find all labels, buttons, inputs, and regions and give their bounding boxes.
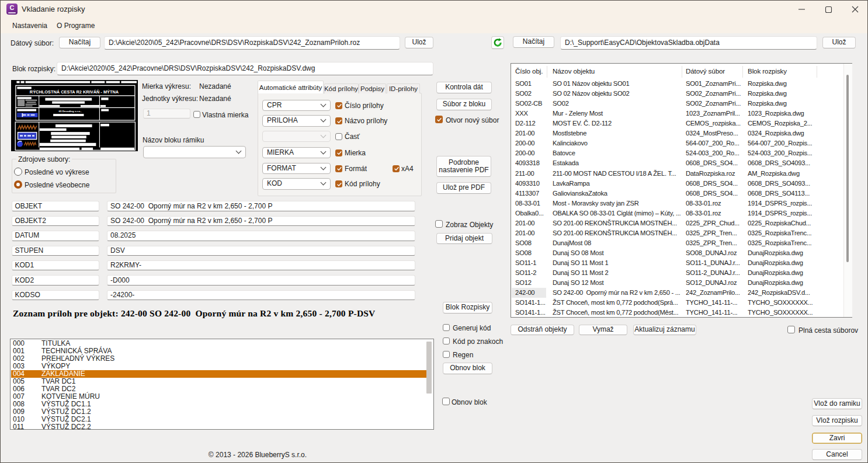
form-name-input-datum[interactable]: DATUM (12, 231, 100, 241)
custom-scale-checkbox[interactable] (193, 111, 200, 118)
table-row[interactable]: 201-00SO 201-00 REKONŠTRUKCIA MOSTNÉH...… (511, 218, 852, 228)
close-dialog-button[interactable]: Zavri (812, 433, 862, 444)
list-item[interactable]: 004ZAKLADANIE (11, 370, 426, 378)
form-value-input-objekt2[interactable]: SO 242-00 Oporný múr na R2 v km 2,650 - … (107, 216, 415, 227)
table-row[interactable]: SO141-1...ŽST Choceň, most km 0,772 podc… (511, 298, 852, 308)
tab-automatick-attrib-ty[interactable]: Automatické attribúty (258, 81, 324, 93)
form-value-input-kod2[interactable]: -D000 (107, 275, 415, 286)
frame-block-name-combo[interactable] (143, 146, 246, 158)
open-new-file-checkbox[interactable] (435, 116, 443, 123)
table-row[interactable]: 201-00SO 201-00 REKONŠTRUKCIA MOSTNÉH...… (511, 228, 852, 238)
form-name-input-kod2[interactable]: KOD2 (12, 275, 100, 286)
radio-last-in-drawing[interactable] (14, 168, 22, 176)
close-button[interactable] (842, 1, 868, 18)
form-value-input-kodso[interactable]: -24200- (107, 290, 415, 301)
table-row[interactable]: SO01SO 01 Názov objektu SO01SO01_ZoznamP… (511, 79, 852, 89)
minimize-button[interactable] (788, 1, 815, 18)
table-row[interactable]: 08-33-01Most - Moravsky svaty jan ZSR08-… (511, 199, 852, 208)
list-item[interactable]: 000TITULKA (11, 340, 426, 347)
list-item[interactable]: 008VÝSTUŽ DC1.1 (11, 401, 426, 408)
listbox-scrollbar-thumb[interactable] (426, 342, 432, 394)
save-objects-button[interactable]: Ulož (822, 37, 856, 48)
list-item[interactable]: 011VÝSTUŽ DC2.2 (11, 423, 426, 430)
block-file-path-input[interactable]: D:\Akcie\2020\05_242\Pracovne\DRS\DSV\Ro… (57, 62, 433, 75)
refresh-block-button[interactable]: Obnov blok (443, 363, 492, 374)
table-row[interactable]: 211-00211-00 MOST NAD CESTOU I/18 A ŽEL.… (511, 169, 852, 179)
table-row[interactable]: SO08DunajMost 080325_ZPR_Tren...0325_Roz… (511, 238, 852, 248)
save-data-file-button[interactable]: Ulož (405, 37, 433, 48)
cancel-button[interactable]: Cancel (812, 449, 862, 460)
generate-code-checkbox[interactable] (443, 324, 450, 331)
tab-podpisy[interactable]: Podpisy (359, 83, 386, 94)
tab-id-prilohy[interactable]: ID-prilohy (387, 83, 420, 94)
form-name-input-kod1[interactable]: KOD1 (12, 260, 100, 271)
attribute-checkbox-mierka[interactable] (335, 149, 342, 156)
attribute-combo-kod[interactable]: KOD (262, 178, 331, 190)
form-name-input-objekt[interactable]: OBJEKT (12, 201, 100, 211)
table-row[interactable]: SO11-1Dunaj SO 11 Most 1SO11-1_DUNAJ.r..… (511, 258, 852, 268)
titleblock-block-button[interactable]: Blok Rozpisky (443, 302, 492, 314)
table-row[interactable]: XXXMur - Zeleny Most1023_ZoznamPril...10… (511, 109, 852, 119)
remove-objects-button[interactable]: Odstráň objekty (511, 325, 574, 335)
table-row[interactable]: D2-112MOST EV. Č. D2-112CEMOS_rozpiska..… (511, 119, 852, 128)
load-data-file-button[interactable]: Načítaj (59, 37, 100, 48)
table-row[interactable]: SO141-1...ŽST Choceň, most km 0,772 podc… (511, 308, 852, 318)
refresh-button[interactable] (491, 36, 504, 49)
form-value-input-kod1[interactable]: R2KRMY- (107, 260, 415, 271)
table-row[interactable]: SO02SO 02 Názov objektu SO02SO02_ZoznamP… (511, 89, 852, 99)
attachments-listbox[interactable]: 000TITULKA001TECHNICKÁ SPRÁVA002PREHĽADN… (10, 339, 434, 430)
form-name-input-objekt2[interactable]: OBJEKT2 (12, 216, 100, 227)
file-from-block-button[interactable]: Súbor z bloku (436, 99, 492, 110)
clear-button[interactable]: Vymaž (579, 325, 627, 335)
list-item[interactable]: 005TVAR DC1 (11, 378, 426, 385)
attribute-checkbox-k-d-pr-lohy[interactable] (335, 180, 342, 187)
check-data-button[interactable]: Kontrola dát (436, 82, 492, 93)
attribute-combo-mierka[interactable]: MIERKA (262, 147, 331, 159)
table-row[interactable]: 4113307GaliovianskaZatoka0608_DRS_SO4...… (511, 189, 852, 199)
column-header-3[interactable]: Dátový súbor (686, 64, 742, 79)
attribute-checkbox--slo-pr-lohy[interactable] (335, 102, 342, 109)
insert-into-frame-button[interactable]: Vlož do ramiku (812, 398, 862, 409)
radio-last-general[interactable] (14, 180, 22, 189)
attribute-combo-cpr[interactable]: CPR (262, 100, 331, 112)
save-for-pdf-button[interactable]: Ulož pre PDF (436, 182, 491, 194)
refresh-block-checkbox[interactable] (442, 398, 450, 405)
show-objects-checkbox[interactable] (435, 220, 443, 228)
insert-titleblock-button[interactable]: Vlož rozpisku (812, 415, 862, 426)
attribute-combo-format[interactable]: FORMAT (262, 163, 331, 175)
full-path-checkbox[interactable] (787, 326, 795, 333)
data-file-path-input[interactable]: D:\Akcie\2020\05_242\Pracovne\DRS\DSV\Ro… (104, 36, 400, 50)
table-row[interactable]: 4093318Estakada0608_DRS_SO4...0608_DRS_S… (511, 158, 852, 168)
form-value-input-stupen[interactable]: DSV (107, 246, 415, 256)
attribute-checkbox--as-[interactable] (335, 133, 342, 140)
update-record-button[interactable]: Aktualizuj záznamu (633, 325, 696, 335)
attribute-combo-priloha[interactable]: PRILOHA (262, 115, 331, 127)
attribute-checkbox-xa4[interactable] (393, 165, 400, 172)
column-header-4[interactable]: Blok rozpisky (748, 64, 817, 79)
tab-k-d-pr-lohy[interactable]: Kód prílohy (324, 83, 359, 94)
table-row[interactable]: 200-00Kalinciakovo564-007_200_Ro...564-0… (511, 138, 852, 148)
maximize-button[interactable] (815, 1, 842, 18)
form-value-input-datum[interactable]: 08.2025 (107, 231, 415, 241)
load-objects-button[interactable]: Načítaj (513, 36, 554, 48)
code-by-chars-checkbox[interactable] (443, 337, 450, 344)
list-item[interactable]: 009VÝSTUŽ DC1.2 (11, 408, 426, 416)
menu-item-o-programe[interactable]: O Programe (54, 18, 97, 33)
list-item[interactable]: 001TECHNICKÁ SPRÁVA (11, 347, 426, 355)
list-item[interactable]: 006TVAR DC2 (11, 385, 426, 393)
pdf-settings-button[interactable]: Podrobne nastavenie PDF (436, 156, 491, 177)
table-row[interactable]: SO02-CBSO02SO02_ZoznamPri...Rozpiska.dwg (511, 99, 852, 109)
table-row[interactable]: 4093310LavkaRampa0608_DRS_SO4...0608_DRS… (511, 179, 852, 189)
table-row[interactable]: SO12Dunaj SO 12 MostSO12_DUNAJ.rozDunajR… (511, 278, 852, 288)
menu-item-nastavenia[interactable]: Nastavenia (10, 18, 50, 33)
list-item[interactable]: 002PREHĽADNÝ VÝKRES (11, 355, 426, 363)
table-row[interactable]: SO11-2Dunaj SO 11 Most 2SO11-2_DUNAJ.r..… (511, 268, 852, 278)
regen-checkbox[interactable] (443, 351, 450, 358)
attribute-checkbox-n-zvo-pr-lohy[interactable] (335, 117, 342, 124)
objects-path-input[interactable]: D:\_Support\EasyCAD\ObjektovaSkladba.obj… (560, 36, 817, 50)
table-row[interactable]: Obalka0...OBALKA SO 08-33-01 Ciglát (mim… (511, 208, 852, 218)
form-value-input-objekt[interactable]: SO 242-00 Oporný múr na R2 v km 2,650 - … (107, 201, 415, 211)
form-name-input-stupen[interactable]: STUPEN (12, 246, 100, 256)
column-header-2[interactable]: Názov objektu (553, 64, 682, 79)
list-item[interactable]: 003VÝKOPY (11, 363, 426, 370)
